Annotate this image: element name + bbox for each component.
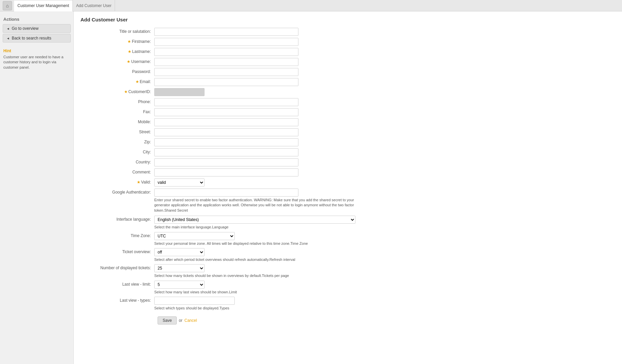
form-row-google-auth: Google Authenticator: Enter your shared … (80, 189, 615, 213)
label-timezone: Time Zone: (80, 232, 154, 238)
field-email (154, 78, 298, 86)
input-password[interactable] (154, 68, 298, 76)
input-phone[interactable] (154, 98, 298, 106)
form-row-last-view-limit: Last view - limit: 3 5 10 Select how man… (80, 281, 615, 295)
input-lastname[interactable] (154, 48, 298, 56)
field-mobile (154, 118, 298, 126)
form-row-country: Country: (80, 158, 615, 166)
input-google-auth[interactable] (154, 189, 298, 197)
field-displayed-tickets: 10 25 50 100 Select how many tickets sho… (154, 264, 615, 278)
input-city[interactable] (154, 148, 298, 156)
save-button[interactable]: Save (158, 316, 177, 324)
label-last-view-types: Last view - types: (80, 297, 154, 303)
label-valid: ★Valid: (80, 178, 154, 185)
field-country (154, 158, 298, 166)
google-auth-help: Enter your shared secret to enable two f… (154, 198, 355, 213)
input-street[interactable] (154, 128, 298, 136)
form-row-city: City: (80, 148, 615, 156)
field-street (154, 128, 298, 136)
form-row-zip: Zip: (80, 138, 615, 146)
field-customerid (154, 88, 298, 96)
go-to-overview-label: Go to overview (12, 26, 39, 31)
last-view-limit-help: Select how many last views should be sho… (154, 290, 456, 295)
input-email[interactable] (154, 78, 298, 86)
form-row-last-view-types: Last view - types: Select which types sh… (80, 297, 615, 311)
label-customerid: ★CustomerID: (80, 88, 154, 94)
input-firstname[interactable] (154, 38, 298, 46)
field-google-auth: Enter your shared secret to enable two f… (154, 189, 355, 213)
input-comment[interactable] (154, 168, 298, 176)
required-star: ★ (135, 79, 139, 84)
required-star: ★ (127, 39, 131, 44)
label-fax: Fax: (80, 108, 154, 114)
sidebar: Actions ◄ Go to overview ◄ Back to searc… (0, 11, 74, 364)
form-row-comment: Comment: (80, 168, 615, 176)
required-star: ★ (128, 49, 131, 54)
breadcrumb-customer-user-management[interactable]: Customer User Management (14, 0, 73, 11)
back-to-search-label: Back to search results (12, 36, 51, 41)
select-timezone[interactable]: UTC (154, 232, 235, 240)
label-street: Street: (80, 128, 154, 134)
arrow-icon: ◄ (6, 27, 10, 30)
field-fax (154, 108, 298, 116)
label-ticket-overview: Ticket overview: (80, 248, 154, 254)
label-city: City: (80, 148, 154, 154)
back-to-search-button[interactable]: ◄ Back to search results (3, 34, 71, 43)
arrow-icon-2: ◄ (6, 37, 10, 40)
input-mobile[interactable] (154, 118, 298, 126)
displayed-tickets-help: Select how many tickets should be shown … (154, 273, 456, 278)
input-last-view-types[interactable] (154, 297, 235, 305)
input-customerid[interactable] (154, 88, 205, 96)
form-row-interface-lang: Interface language: English (United Stat… (80, 216, 615, 230)
field-ticket-overview: off 2 minutes 5 minutes 10 minutes Selec… (154, 248, 615, 262)
top-nav: ⌂ Customer User Management Add Customer … (0, 0, 622, 11)
field-valid: valid invalid (154, 178, 298, 187)
select-displayed-tickets[interactable]: 10 25 50 100 (154, 264, 205, 272)
breadcrumb-add-customer-user: Add Customer User (73, 0, 115, 11)
form-row-fax: Fax: (80, 108, 615, 116)
label-country: Country: (80, 158, 154, 164)
field-zip (154, 138, 298, 146)
field-firstname (154, 38, 298, 46)
go-to-overview-button[interactable]: ◄ Go to overview (3, 24, 71, 33)
input-country[interactable] (154, 158, 298, 166)
select-interface-lang[interactable]: English (United States) (154, 216, 355, 224)
form-row-lastname: ★Lastname: (80, 48, 615, 56)
required-star: ★ (127, 59, 130, 64)
input-zip[interactable] (154, 138, 298, 146)
home-button[interactable]: ⌂ (3, 1, 12, 10)
form-row-title: Title or salutation: (80, 28, 615, 36)
hint-section: Hint Customer user are needed to have a … (0, 45, 73, 73)
input-username[interactable] (154, 58, 298, 66)
label-lastname: ★Lastname: (80, 48, 154, 54)
select-last-view-limit[interactable]: 3 5 10 (154, 281, 205, 289)
label-username: ★Username: (80, 58, 154, 64)
form-row-displayed-tickets: Number of displayed tickets: 10 25 50 10… (80, 264, 615, 278)
field-city (154, 148, 298, 156)
label-interface-lang: Interface language: (80, 216, 154, 222)
field-comment (154, 168, 298, 176)
form-row-password: Password: (80, 68, 615, 76)
page-layout: Actions ◄ Go to overview ◄ Back to searc… (0, 11, 622, 364)
input-fax[interactable] (154, 108, 298, 116)
form-row-firstname: ★Firstname: (80, 38, 615, 46)
label-firstname: ★Firstname: (80, 38, 154, 44)
last-view-types-help: Select which types should be displayed.T… (154, 306, 456, 311)
select-valid[interactable]: valid invalid (154, 178, 205, 187)
label-title: Title or salutation: (80, 28, 154, 34)
ticket-overview-help: Select after which period ticket overvie… (154, 257, 456, 262)
input-title[interactable] (154, 28, 298, 36)
label-displayed-tickets: Number of displayed tickets: (80, 264, 154, 270)
hint-title: Hint (3, 49, 70, 53)
label-phone: Phone: (80, 98, 154, 104)
field-last-view-types: Select which types should be displayed.T… (154, 297, 615, 311)
label-zip: Zip: (80, 138, 154, 144)
cancel-link[interactable]: Cancel (184, 318, 197, 323)
select-ticket-overview[interactable]: off 2 minutes 5 minutes 10 minutes (154, 248, 205, 256)
timezone-help: Select your personal time zone. All time… (154, 241, 456, 246)
field-password (154, 68, 298, 76)
field-lastname (154, 48, 298, 56)
required-star: ★ (124, 89, 128, 94)
label-email: ★Email: (80, 78, 154, 84)
form-row-phone: Phone: (80, 98, 615, 106)
